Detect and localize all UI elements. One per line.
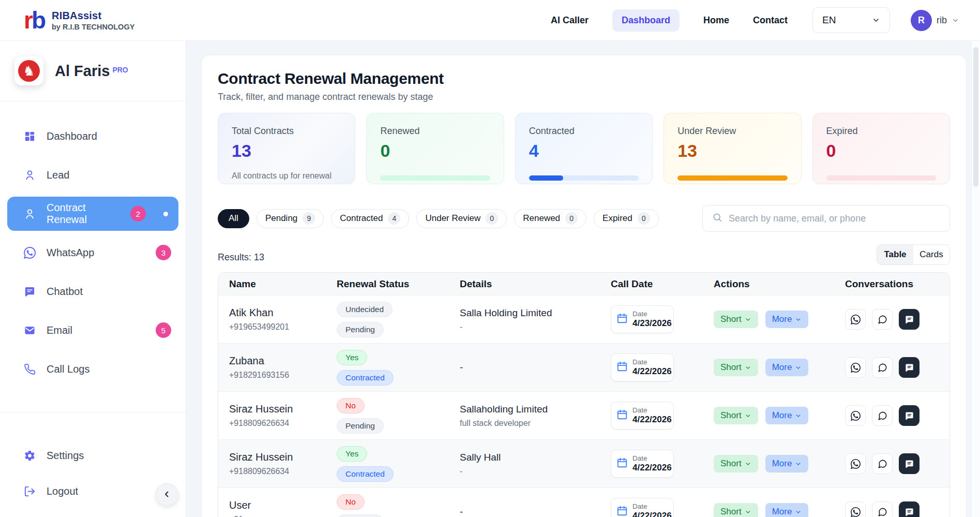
date-value: 4/22/2026	[632, 415, 672, 425]
whatsapp-conversation-button[interactable]	[845, 453, 866, 474]
calendar-icon	[616, 409, 628, 422]
filter-expired[interactable]: Expired0	[594, 209, 659, 228]
date-label: Date	[632, 310, 672, 318]
transcript-button[interactable]	[899, 357, 919, 378]
active-dot	[163, 212, 168, 216]
detail-sub: -	[460, 467, 611, 476]
language-select[interactable]: EN	[812, 7, 890, 33]
detail-sub: full stack developer	[460, 419, 611, 428]
detail-sub: -	[460, 322, 611, 332]
scrollbar-thumb[interactable]	[973, 47, 978, 187]
detail-company: -	[460, 362, 611, 373]
sidebar-item-contract-renewal[interactable]: Contract Renewal 2	[7, 197, 178, 231]
call-date-picker[interactable]: Date 4/22/2026	[611, 402, 674, 430]
status-badge: Undecided	[337, 302, 393, 317]
stat-value: 0	[380, 141, 490, 161]
chat-bubble-icon	[878, 459, 887, 469]
sidebar-item-settings[interactable]: Settings	[7, 438, 178, 472]
notification-badge: 2	[130, 206, 146, 221]
gear-icon	[23, 450, 36, 462]
contact-phone: +919653499201	[229, 322, 337, 332]
search-input[interactable]	[729, 213, 940, 224]
call-date-picker[interactable]: Date 4/22/2026	[611, 450, 674, 478]
short-action-button[interactable]: Short	[714, 311, 758, 328]
chat-bubble-icon	[878, 411, 887, 421]
nav-home[interactable]: Home	[703, 15, 729, 26]
status-badge: No	[337, 494, 365, 510]
chevron-down-icon	[795, 316, 802, 323]
scrollbar[interactable]	[971, 41, 980, 517]
user-menu[interactable]: R rib	[911, 10, 959, 31]
transcript-button[interactable]	[899, 309, 919, 330]
sidebar-menu: Dashboard Lead Contract Renewal 2	[0, 119, 186, 386]
transcript-button[interactable]	[899, 405, 919, 426]
view-toggle: Table Cards	[877, 244, 950, 265]
more-action-button[interactable]: More	[765, 455, 809, 472]
chevron-down-icon	[745, 461, 751, 467]
table-row: Zubana +918291693156 Yes Contracted - Da…	[218, 343, 949, 391]
chat-conversation-button[interactable]	[872, 357, 893, 378]
logout-icon	[23, 485, 36, 497]
nav-ai-caller[interactable]: AI Caller	[551, 15, 589, 26]
stat-value: 4	[529, 141, 639, 161]
nav-dashboard[interactable]: Dashboard	[612, 9, 680, 32]
transcript-button[interactable]	[899, 501, 919, 517]
whatsapp-icon	[851, 459, 861, 469]
notification-badge: 3	[156, 245, 171, 260]
chevron-down-icon	[795, 509, 802, 515]
logo-letter-b: b	[32, 8, 44, 32]
filter-renewed[interactable]: Renewed0	[514, 209, 586, 228]
filter-contracted[interactable]: Contracted4	[331, 209, 409, 228]
whatsapp-conversation-button[interactable]	[845, 357, 866, 378]
sidebar-item-call-logs[interactable]: Call Logs	[7, 352, 178, 386]
chat-conversation-button[interactable]	[872, 453, 893, 474]
grid-icon	[23, 130, 36, 142]
filter-under-review[interactable]: Under Review0	[416, 209, 507, 228]
short-action-button[interactable]: Short	[714, 407, 758, 424]
call-date-picker[interactable]: Date 4/23/2026	[611, 305, 674, 333]
sidebar-item-whatsapp[interactable]: WhatsApp 3	[7, 235, 178, 270]
search-box	[702, 205, 950, 232]
view-toggle-cards[interactable]: Cards	[913, 245, 949, 264]
sidebar-item-email[interactable]: Email 5	[7, 313, 178, 347]
whatsapp-conversation-button[interactable]	[845, 501, 866, 517]
short-action-button[interactable]: Short	[714, 503, 758, 517]
filter-all[interactable]: All	[218, 209, 249, 228]
status-badge: Pending	[337, 322, 384, 337]
whatsapp-conversation-button[interactable]	[845, 309, 866, 330]
call-date-picker[interactable]: Date 4/22/2026	[611, 498, 674, 517]
short-action-button[interactable]: Short	[714, 455, 758, 472]
transcript-button[interactable]	[899, 453, 919, 474]
message-lines-icon	[904, 363, 914, 373]
chevron-down-icon	[745, 412, 751, 419]
person-icon	[23, 208, 36, 220]
sidebar-item-chatbot[interactable]: Chatbot	[7, 274, 178, 308]
sidebar-item-lead[interactable]: Lead	[7, 158, 178, 192]
chat-conversation-button[interactable]	[872, 309, 893, 330]
more-action-button[interactable]: More	[765, 503, 809, 517]
call-date-picker[interactable]: Date 4/22/2026	[611, 353, 674, 381]
date-label: Date	[632, 454, 672, 462]
more-action-button[interactable]: More	[765, 311, 809, 328]
short-action-button[interactable]: Short	[714, 359, 758, 376]
status-badge: Pending	[337, 418, 384, 434]
phone-icon	[23, 363, 36, 375]
more-action-button[interactable]: More	[765, 359, 809, 376]
message-lines-icon	[904, 507, 914, 517]
table-row: Siraz Hussein +918809626634 Yes Contract…	[218, 439, 949, 488]
status-badge: Contracted	[337, 370, 394, 386]
detail-company: Sallaholding Limited	[460, 404, 611, 415]
view-toggle-table[interactable]: Table	[877, 245, 913, 264]
whatsapp-conversation-button[interactable]	[845, 405, 866, 426]
filter-pending[interactable]: Pending9	[257, 209, 324, 228]
chat-conversation-button[interactable]	[872, 501, 893, 517]
nav-contact[interactable]: Contact	[753, 15, 788, 26]
date-value: 4/22/2026	[632, 366, 672, 377]
stat-expired: Expired 0	[812, 113, 950, 184]
sidebar-collapse-button[interactable]	[156, 483, 178, 506]
sidebar-item-logout[interactable]: Logout	[7, 474, 178, 508]
more-action-button[interactable]: More	[765, 407, 809, 424]
sidebar-item-dashboard[interactable]: Dashboard	[7, 119, 178, 153]
chevron-down-icon	[795, 412, 802, 419]
chat-conversation-button[interactable]	[872, 405, 893, 426]
